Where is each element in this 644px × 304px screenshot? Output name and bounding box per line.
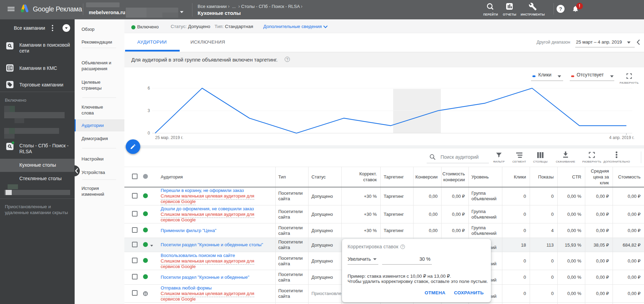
svg-text:3: 3: [148, 108, 150, 113]
svg-text:0: 0: [148, 131, 150, 136]
svg-text:4 апр. 2019 г.: 4 апр. 2019 г.: [609, 135, 634, 140]
svg-text:25 мар. 2019 г.: 25 мар. 2019 г.: [155, 135, 183, 140]
svg-text:6: 6: [148, 86, 150, 91]
